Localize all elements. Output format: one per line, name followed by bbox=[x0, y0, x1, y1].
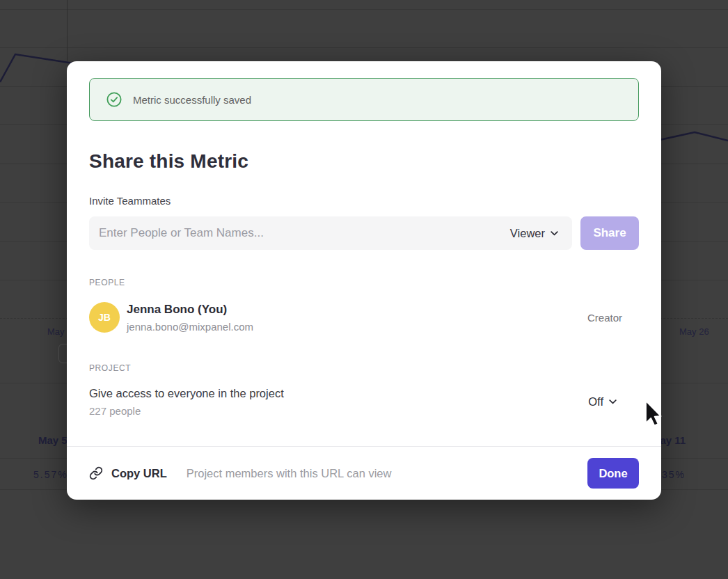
copy-url-hint: Project members with this URL can view bbox=[187, 467, 392, 480]
person-row: JB Jenna Bono (You) jenna.bono@mixpanel.… bbox=[89, 302, 639, 333]
project-access-dropdown[interactable]: Off bbox=[588, 395, 617, 409]
success-toast: Metric successfully saved bbox=[89, 78, 639, 121]
x-axis-label-right: May 26 bbox=[679, 326, 709, 337]
chevron-down-icon bbox=[609, 399, 617, 404]
toast-message: Metric successfully saved bbox=[133, 94, 251, 106]
person-info: Jenna Bono (You) jenna.bono@mixpanel.com bbox=[127, 303, 253, 333]
table-header-left: May 5 bbox=[38, 434, 68, 446]
done-button[interactable]: Done bbox=[587, 458, 639, 489]
role-dropdown-value: Viewer bbox=[510, 227, 545, 240]
chevron-down-icon bbox=[551, 231, 558, 236]
modal-title: Share this Metric bbox=[89, 150, 639, 173]
project-access-row: Give access to everyone in the project 2… bbox=[89, 387, 639, 417]
table-value-left: 5.57% bbox=[33, 469, 68, 480]
person-name: Jenna Bono (You) bbox=[127, 303, 253, 317]
check-circle-icon bbox=[106, 92, 122, 107]
project-section-label: PROJECT bbox=[89, 363, 639, 373]
person-role: Creator bbox=[587, 312, 622, 324]
people-section-label: PEOPLE bbox=[89, 278, 639, 287]
avatar: JB bbox=[89, 302, 120, 333]
invite-teammates-label: Invite Teammates bbox=[89, 195, 639, 207]
project-access-subtitle: 227 people bbox=[89, 405, 284, 417]
copy-url-button[interactable]: Copy URL bbox=[111, 467, 167, 480]
invite-input-container: Viewer bbox=[89, 216, 572, 250]
project-access-title: Give access to everyone in the project bbox=[89, 387, 284, 400]
x-axis-label-left: May bbox=[47, 326, 65, 337]
table-value-right: 35% bbox=[662, 469, 686, 480]
invite-row: Viewer Share bbox=[89, 216, 639, 250]
modal-footer: Copy URL Project members with this URL c… bbox=[67, 446, 661, 500]
person-email: jenna.bono@mixpanel.com bbox=[127, 321, 253, 333]
project-access-text: Give access to everyone in the project 2… bbox=[89, 387, 284, 417]
project-access-dropdown-value: Off bbox=[588, 395, 603, 409]
share-button[interactable]: Share bbox=[580, 216, 639, 250]
invite-input[interactable] bbox=[99, 226, 510, 240]
link-icon bbox=[89, 466, 103, 480]
role-dropdown[interactable]: Viewer bbox=[510, 227, 558, 240]
share-metric-modal: Metric successfully saved Share this Met… bbox=[67, 61, 661, 500]
